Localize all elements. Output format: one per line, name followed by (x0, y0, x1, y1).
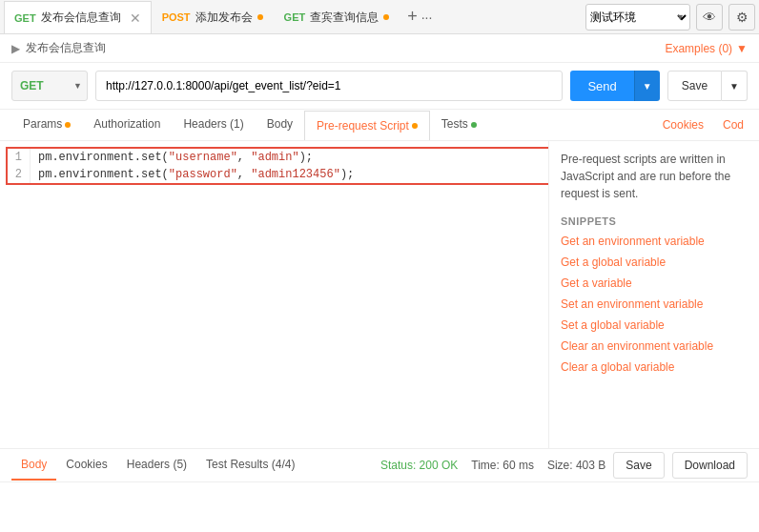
snippets-title: SNIPPETS (561, 215, 748, 227)
bottom-tabs: Body Cookies Headers (5) Test Results (4… (0, 448, 759, 482)
send-button[interactable]: Send (570, 71, 633, 101)
tab-cookies-right[interactable]: Cookies (659, 111, 708, 139)
snippet-set-env-var[interactable]: Set an environment variable (561, 297, 748, 311)
line-num-2: 2 (8, 166, 31, 183)
body-label: Body (267, 117, 293, 131)
tab-headers[interactable]: Headers (1) (172, 110, 255, 140)
env-dropdown[interactable]: 测试环境 生产环境 开发环境 (585, 4, 690, 31)
tab1-label: 发布会信息查询 (41, 10, 121, 26)
examples-label: Examples (0) (665, 42, 732, 55)
tab1-method: GET (14, 12, 36, 24)
code-editor: 1 pm.environment.set("username", "admin"… (6, 147, 549, 185)
tab-prerequest[interactable]: Pre-request Script (304, 111, 430, 140)
tab2-method: POST (162, 11, 191, 23)
request-tabs: Params Authorization Headers (1) Body Pr… (0, 110, 759, 141)
save-url-button[interactable]: Save (667, 71, 722, 101)
code-line-2: 2 pm.environment.set("password", "admin1… (8, 166, 549, 183)
tab-add-event[interactable]: POST 添加发布会 (152, 1, 274, 33)
code-line-1: 1 pm.environment.set("username", "admin"… (8, 149, 549, 166)
tab3-dot (383, 14, 389, 20)
eye-button[interactable]: 👁 (696, 4, 723, 31)
authorization-label: Authorization (93, 117, 160, 131)
more-tabs-icon[interactable]: ··· (421, 10, 433, 25)
breadcrumb-bar: ▶ 发布会信息查询 Examples (0) ▼ (0, 34, 759, 63)
bottom-action-buttons: Save Download (613, 452, 748, 479)
snippet-clear-global-var[interactable]: Clear a global variable (561, 360, 748, 374)
headers-label: Headers (1) (183, 117, 243, 131)
req-tabs-right: Cookies Cod (659, 111, 748, 139)
download-button[interactable]: Download (672, 452, 748, 479)
bottom-cookies-label: Cookies (66, 458, 107, 471)
prerequest-label: Pre-request Script (317, 119, 409, 133)
snippet-get-global-var[interactable]: Get a global variable (561, 256, 748, 269)
tab-params[interactable]: Params (11, 110, 82, 140)
response-status: Status: 200 OK (380, 459, 458, 472)
tests-dot (471, 122, 477, 128)
send-dropdown[interactable]: ▼ (634, 71, 660, 101)
tab-body[interactable]: Body (256, 110, 304, 140)
save-button-group: Save ▼ (667, 71, 748, 101)
settings-icon: ⚙ (736, 10, 749, 25)
add-tab-icon[interactable]: + (407, 7, 418, 27)
params-dot (65, 122, 71, 128)
snippet-clear-env-var[interactable]: Clear an environment variable (561, 339, 748, 353)
tab-authorization[interactable]: Authorization (82, 110, 172, 140)
bottom-tab-test-results[interactable]: Test Results (4/4) (196, 450, 304, 481)
bottom-body-label: Body (21, 458, 47, 471)
send-button-group: Send ▼ (570, 71, 659, 101)
tab2-dot (257, 14, 263, 20)
content-area: 1 pm.environment.set("username", "admin"… (0, 141, 759, 448)
save-response-button[interactable]: Save (613, 452, 664, 479)
right-panel: Pre-request scripts are written in JavaS… (549, 141, 759, 448)
bottom-test-results-label: Test Results (4/4) (206, 458, 295, 471)
prerequest-description: Pre-request scripts are written in JavaS… (561, 151, 748, 202)
bottom-tab-body[interactable]: Body (11, 450, 56, 481)
code-editor-area[interactable]: 1 pm.environment.set("username", "admin"… (0, 141, 549, 448)
response-time: Time: 60 ms (471, 459, 534, 472)
tab-tests[interactable]: Tests (430, 110, 488, 140)
snippet-set-global-var[interactable]: Set a global variable (561, 318, 748, 332)
bottom-headers-label: Headers (5) (127, 458, 187, 471)
tab3-method: GET (284, 11, 306, 23)
response-size: Size: 403 B (547, 459, 605, 472)
method-select[interactable]: GET POST PUT DELETE (11, 71, 88, 101)
tab2-label: 添加发布会 (195, 10, 253, 26)
bottom-tab-headers[interactable]: Headers (5) (117, 450, 196, 481)
url-input[interactable] (95, 71, 563, 101)
snippet-get-env-var[interactable]: Get an environment variable (561, 235, 748, 248)
tab-guest-query[interactable]: GET 查宾查询信息 (274, 1, 400, 33)
eye-icon: 👁 (703, 10, 716, 25)
tab3-label: 查宾查询信息 (310, 10, 379, 26)
save-url-dropdown[interactable]: ▼ (722, 71, 748, 101)
examples-arrow-icon: ▼ (736, 42, 748, 55)
method-select-wrapper: GET POST PUT DELETE (11, 71, 88, 101)
bottom-tab-cookies[interactable]: Cookies (56, 450, 116, 481)
env-selector: 测试环境 生产环境 开发环境 👁 ⚙ (585, 4, 755, 31)
tab1-close[interactable]: ✕ (130, 10, 141, 26)
tab-code-right[interactable]: Cod (719, 111, 748, 139)
line-code-1: pm.environment.set("username", "admin"); (31, 149, 549, 166)
tab-bar: GET 发布会信息查询 ✕ POST 添加发布会 GET 查宾查询信息 + ··… (0, 0, 759, 34)
breadcrumb-arrow-icon: ▶ (11, 42, 20, 55)
env-select-wrapper: 测试环境 生产环境 开发环境 (585, 4, 690, 31)
examples-link[interactable]: Examples (0) ▼ (665, 42, 748, 55)
snippet-get-var[interactable]: Get a variable (561, 276, 748, 290)
tab-actions: + ··· (400, 7, 440, 27)
breadcrumb-text: 发布会信息查询 (26, 40, 106, 56)
line-code-2: pm.environment.set("password", "admin123… (31, 166, 549, 183)
tab-get-event-list[interactable]: GET 发布会信息查询 ✕ (4, 1, 152, 33)
params-label: Params (23, 117, 62, 131)
settings-button[interactable]: ⚙ (728, 4, 755, 31)
breadcrumb: ▶ 发布会信息查询 (11, 40, 106, 56)
bottom-status-bar: Status: 200 OK Time: 60 ms Size: 403 B (380, 459, 605, 472)
tests-label: Tests (441, 117, 468, 131)
line-num-1: 1 (8, 149, 31, 166)
prerequest-dot (412, 123, 418, 129)
url-bar: GET POST PUT DELETE Send ▼ Save ▼ (0, 63, 759, 110)
